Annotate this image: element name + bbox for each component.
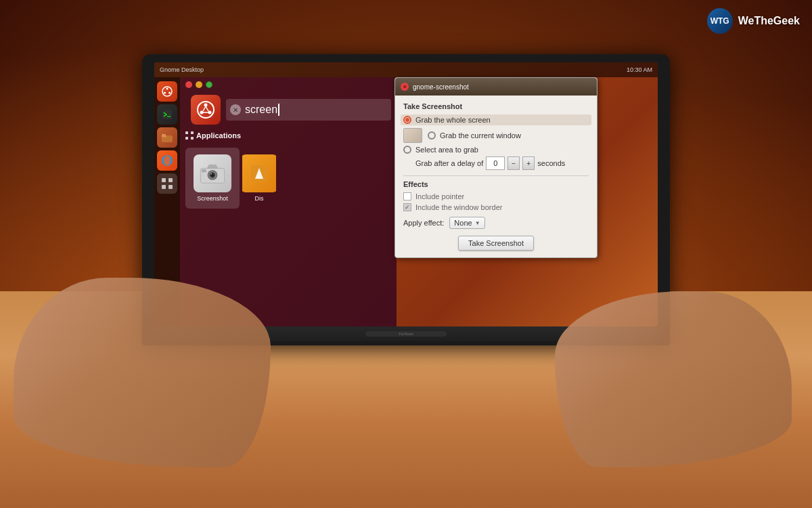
applications-label: Applications bbox=[180, 127, 397, 144]
topbar-label: Gnome Desktop bbox=[160, 66, 204, 73]
svg-rect-13 bbox=[168, 185, 173, 189]
radio-window[interactable] bbox=[428, 131, 436, 140]
svg-rect-22 bbox=[191, 131, 194, 134]
second-app-label: Dis bbox=[255, 195, 264, 202]
svg-point-16 bbox=[208, 111, 212, 114]
svg-rect-24 bbox=[191, 137, 194, 140]
dash-overlay: ✕ screen Applications bbox=[180, 77, 397, 326]
apply-effect-value: None bbox=[454, 219, 472, 227]
option-whole-screen[interactable]: Grab the whole screen bbox=[401, 114, 591, 125]
svg-rect-10 bbox=[162, 178, 166, 182]
close-btn[interactable] bbox=[185, 81, 192, 88]
topbar-time: 10:30 AM bbox=[627, 66, 652, 73]
svg-rect-21 bbox=[185, 131, 188, 134]
option-window-row[interactable]: Grab the current window bbox=[403, 128, 589, 143]
radio-area[interactable] bbox=[403, 146, 411, 154]
sidebar-apps[interactable] bbox=[157, 173, 177, 194]
take-screenshot-button[interactable]: Take Screenshot bbox=[458, 236, 534, 251]
dialog-titlebar: ✕ gnome-screenshot bbox=[395, 78, 597, 96]
apply-effect-label: Apply effect: bbox=[403, 219, 444, 227]
checkbox-pointer[interactable] bbox=[403, 192, 411, 200]
keyboard-brand: ForNote bbox=[365, 331, 447, 337]
delay-minus-btn[interactable]: − bbox=[508, 156, 520, 170]
dropdown-arrow-icon: ▼ bbox=[475, 220, 480, 226]
apply-effect-dropdown[interactable]: None ▼ bbox=[449, 217, 484, 229]
svg-rect-23 bbox=[185, 137, 188, 140]
checkbox-border-label: Include the window border bbox=[415, 203, 502, 211]
delay-value: 0 bbox=[493, 159, 497, 167]
wtg-icon: WTG bbox=[707, 8, 733, 34]
svg-point-15 bbox=[204, 104, 208, 107]
delay-input[interactable]: 0 bbox=[486, 156, 505, 170]
dash-ubuntu-icon bbox=[191, 95, 221, 125]
screenshot-app-icon bbox=[194, 154, 231, 192]
svg-rect-11 bbox=[168, 178, 173, 182]
search-input[interactable]: screen bbox=[226, 99, 391, 121]
applications-text: Applications bbox=[196, 131, 241, 140]
delay-plus-btn[interactable]: + bbox=[522, 156, 535, 170]
svg-point-17 bbox=[200, 111, 204, 114]
svg-rect-12 bbox=[162, 185, 166, 189]
option-area[interactable]: Select area to grab bbox=[403, 146, 589, 154]
svg-point-1 bbox=[166, 88, 168, 90]
ubuntu-topbar: Gnome Desktop 10:30 AM bbox=[154, 62, 658, 77]
svg-rect-30 bbox=[202, 169, 206, 172]
sidebar-terminal[interactable] bbox=[157, 104, 177, 125]
right-hand bbox=[555, 291, 792, 467]
option-window-label: Grab the current window bbox=[440, 131, 521, 140]
dialog-body: Take Screenshot Grab the whole screen Gr… bbox=[395, 96, 597, 257]
svg-line-18 bbox=[206, 106, 208, 111]
wtg-initials: WTG bbox=[710, 16, 729, 26]
checkbox-pointer-label: Include pointer bbox=[415, 192, 464, 200]
dialog-close-btn[interactable]: ✕ bbox=[401, 83, 409, 91]
delay-label: Grab after a delay of bbox=[415, 159, 483, 167]
option-window[interactable]: Grab the current window bbox=[428, 131, 521, 140]
delay-unit: seconds bbox=[537, 159, 565, 167]
option-area-label: Select area to grab bbox=[415, 146, 478, 154]
option-whole-label: Grab the whole screen bbox=[415, 116, 491, 124]
take-screenshot-label: Take Screenshot bbox=[468, 239, 524, 247]
apply-effect-row: Apply effect: None ▼ bbox=[403, 217, 589, 229]
section-take-title: Take Screenshot bbox=[403, 102, 589, 110]
svg-point-2 bbox=[168, 92, 171, 94]
sidebar-firefox[interactable] bbox=[157, 150, 177, 171]
brand-name: WeTheGeek bbox=[738, 15, 800, 27]
app-second-partial[interactable]: Dis bbox=[242, 148, 276, 209]
min-btn[interactable] bbox=[196, 81, 202, 88]
search-row: ✕ screen bbox=[180, 92, 397, 127]
search-clear-btn[interactable]: ✕ bbox=[230, 104, 241, 115]
gnome-screenshot-dialog: ✕ gnome-screenshot Take Screenshot Grab … bbox=[394, 77, 597, 258]
sidebar-ubuntu-logo[interactable] bbox=[157, 81, 177, 102]
left-hand bbox=[14, 278, 271, 467]
checkbox-border-row: Include the window border bbox=[403, 203, 589, 211]
section-divider bbox=[403, 175, 589, 176]
laptop-screen: Gnome Desktop 10:30 AM bbox=[154, 62, 658, 326]
apps-grid: Screenshot Dis bbox=[180, 144, 397, 213]
svg-point-29 bbox=[210, 173, 212, 175]
svg-rect-8 bbox=[162, 134, 166, 137]
sidebar-files[interactable] bbox=[157, 127, 177, 148]
section-effects-title: Effects bbox=[403, 180, 589, 188]
brand-logo: WTG WeTheGeek bbox=[707, 8, 800, 34]
max-btn[interactable] bbox=[206, 81, 212, 88]
radio-whole-screen[interactable] bbox=[403, 116, 411, 124]
svg-line-19 bbox=[203, 106, 206, 111]
app-screenshot[interactable]: Screenshot bbox=[185, 148, 240, 209]
window-thumbnail bbox=[403, 128, 422, 143]
checkbox-pointer-row: Include pointer bbox=[403, 192, 589, 200]
effects-section: Effects Include pointer Include the wind… bbox=[403, 180, 589, 211]
dash-window-controls bbox=[180, 77, 397, 92]
dialog-title: gnome-screenshot bbox=[413, 83, 469, 91]
delay-row: Grab after a delay of 0 − + seconds bbox=[415, 156, 589, 170]
search-value: screen bbox=[245, 104, 277, 116]
second-app-icon bbox=[242, 154, 276, 192]
checkbox-border[interactable] bbox=[403, 203, 411, 211]
svg-point-3 bbox=[164, 92, 166, 94]
screenshot-app-label: Screenshot bbox=[197, 195, 228, 202]
